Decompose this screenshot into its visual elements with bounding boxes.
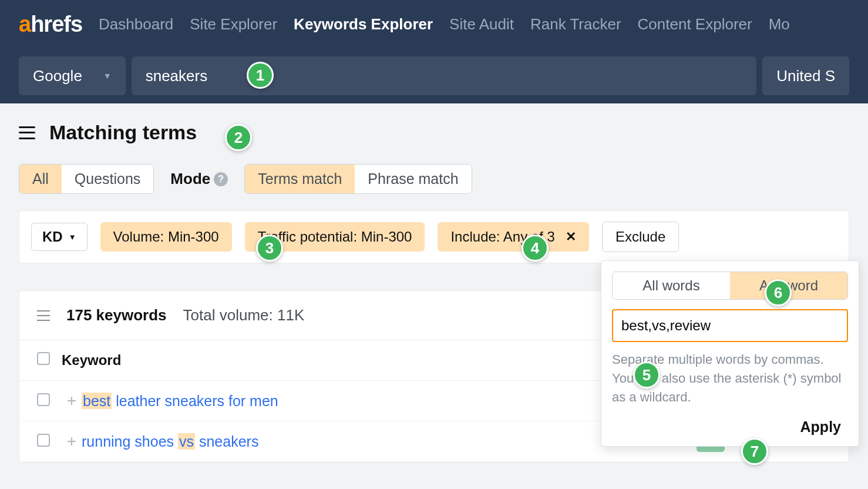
close-icon[interactable]: ✕: [566, 229, 576, 244]
keyword-text: sneakers: [146, 67, 208, 85]
exclude-filter[interactable]: Exclude: [602, 222, 679, 252]
caret-down-icon: ▼: [103, 71, 112, 81]
include-mode-segment: All wordsAny word: [612, 272, 848, 300]
logo-rest: hrefs: [31, 12, 82, 36]
nav-item[interactable]: Keywords Explorer: [294, 15, 433, 34]
mode-segment: Terms matchPhrase match: [244, 164, 472, 194]
keyword-count: 175 keywords: [66, 306, 167, 324]
scope-option[interactable]: Questions: [62, 165, 154, 193]
keyword-link[interactable]: running shoes vs sneakers: [82, 433, 258, 450]
logo-a: a: [19, 12, 31, 36]
search-engine-label: Google: [33, 67, 82, 85]
include-popup: All wordsAny word Separate multiple word…: [601, 260, 859, 447]
exclude-label: Exclude: [615, 229, 665, 244]
keyword-input[interactable]: sneakers: [132, 56, 757, 95]
help-icon[interactable]: ?: [214, 172, 228, 186]
annotation-4: 4: [522, 235, 549, 262]
nav-item[interactable]: Mo: [769, 15, 790, 34]
menu-icon[interactable]: [19, 126, 35, 139]
row-checkbox[interactable]: [37, 434, 50, 447]
expand-icon[interactable]: +: [62, 391, 82, 410]
caret-down-icon: ▼: [69, 233, 76, 242]
mode-option[interactable]: Terms match: [245, 165, 355, 193]
mode-label: Mode: [170, 170, 210, 188]
nav-item[interactable]: Content Explorer: [638, 15, 752, 34]
main-nav: DashboardSite ExplorerKeywords ExplorerS…: [99, 15, 790, 34]
nav-item[interactable]: Rank Tracker: [530, 15, 621, 34]
keyword-link[interactable]: best leather sneakers for men: [82, 393, 278, 409]
scope-segment: AllQuestions: [19, 164, 154, 194]
scope-option[interactable]: All: [19, 165, 62, 193]
page-title: Matching terms: [49, 121, 197, 144]
annotation-3: 3: [256, 235, 283, 262]
annotation-7: 7: [741, 438, 768, 465]
select-all-checkbox[interactable]: [37, 352, 50, 365]
volume-filter-chip[interactable]: Volume: Min-300: [100, 222, 232, 252]
search-bar: Google ▼ sneakers United S: [0, 48, 868, 103]
volume-filter-label: Volume: Min-300: [113, 229, 219, 245]
row-checkbox[interactable]: [37, 393, 50, 406]
filter-bar: KD▼ Volume: Min-300 Traffic potential: M…: [19, 210, 849, 263]
logo: ahrefs: [19, 12, 82, 37]
country-label: United S: [776, 67, 835, 85]
list-view-icon[interactable]: [37, 310, 50, 321]
include-filter-chip[interactable]: Include: Any of 3✕: [438, 222, 588, 252]
nav-item[interactable]: Site Audit: [449, 15, 514, 34]
country-select[interactable]: United S: [762, 56, 849, 95]
annotation-2: 2: [225, 124, 252, 151]
total-volume: Total volume: 11K: [183, 306, 305, 324]
top-nav: ahrefs DashboardSite ExplorerKeywords Ex…: [0, 0, 868, 48]
kd-label: KD: [42, 229, 63, 245]
annotation-5: 5: [633, 361, 660, 388]
col-keyword[interactable]: Keyword: [62, 352, 684, 369]
mode-option[interactable]: Phrase match: [355, 165, 471, 193]
expand-icon[interactable]: +: [62, 432, 82, 451]
apply-button[interactable]: Apply: [612, 418, 848, 436]
annotation-6: 6: [765, 279, 792, 306]
nav-item[interactable]: Site Explorer: [190, 15, 277, 34]
kd-filter[interactable]: KD▼: [31, 223, 88, 251]
annotation-1: 1: [247, 62, 274, 89]
include-mode-option[interactable]: All words: [613, 272, 730, 299]
search-engine-select[interactable]: Google ▼: [19, 56, 126, 95]
nav-item[interactable]: Dashboard: [99, 15, 173, 34]
include-input[interactable]: [612, 309, 848, 342]
